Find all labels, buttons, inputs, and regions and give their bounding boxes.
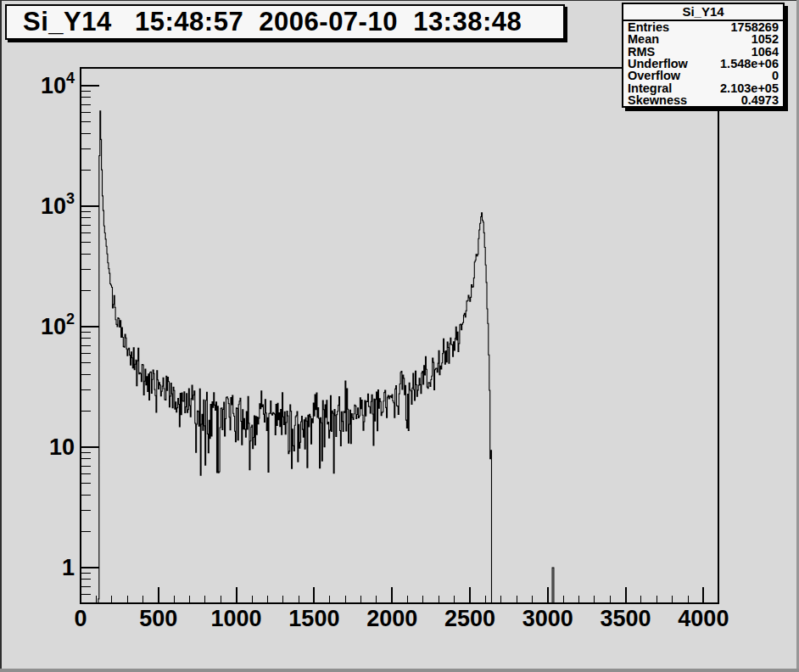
y-axis-label: 102 bbox=[41, 311, 75, 339]
stat-value: 1052 bbox=[752, 33, 779, 45]
stat-value: 0.4973 bbox=[741, 94, 779, 106]
canvas-border-bottom bbox=[0, 669, 799, 672]
x-axis-label: 1500 bbox=[288, 606, 339, 631]
stat-label: Entries bbox=[628, 21, 669, 33]
x-axis-label: 3500 bbox=[601, 606, 651, 631]
stat-value: 1064 bbox=[752, 46, 779, 58]
stat-row: Underflow1.548e+06 bbox=[628, 58, 779, 70]
root-canvas: 0500100015002000250030003500400011010210… bbox=[0, 0, 799, 672]
stat-row: Mean1052 bbox=[628, 33, 779, 45]
x-axis-label: 4000 bbox=[678, 606, 729, 631]
x-axis-label: 500 bbox=[139, 606, 177, 631]
stat-label: Overflow bbox=[628, 70, 680, 81]
stat-label: Underflow bbox=[628, 58, 688, 70]
stat-row: Integral2.103e+05 bbox=[628, 82, 779, 94]
stat-value: 1.548e+06 bbox=[720, 58, 779, 70]
y-axis-label: 104 bbox=[41, 70, 75, 98]
x-axis-label: 2000 bbox=[366, 606, 417, 631]
stat-row: Entries1758269 bbox=[628, 21, 779, 33]
stat-label: Integral bbox=[628, 82, 672, 94]
y-axis-label: 1 bbox=[62, 555, 75, 580]
plot-title: Si_Y14 15:48:57 2006-07-10 13:38:48 bbox=[23, 7, 522, 37]
stat-value: 1758269 bbox=[731, 21, 779, 33]
canvas-border-top bbox=[0, 0, 799, 1]
stat-value: 0 bbox=[772, 70, 779, 81]
stat-value: 2.103e+05 bbox=[720, 82, 779, 94]
title-box[interactable]: Si_Y14 15:48:57 2006-07-10 13:38:48 bbox=[5, 4, 565, 40]
x-axis-label: 1000 bbox=[211, 606, 262, 631]
stats-title: Si_Y14 bbox=[623, 4, 783, 21]
x-axis-label: 3000 bbox=[522, 606, 573, 631]
stats-rows: Entries1758269Mean1052RMS1064Underflow1.… bbox=[623, 21, 783, 106]
stat-row: Skewness0.4973 bbox=[628, 94, 779, 106]
plot-frame bbox=[81, 68, 718, 603]
stat-row: RMS1064 bbox=[628, 46, 779, 58]
stat-label: Mean bbox=[628, 33, 659, 45]
y-axis-label: 103 bbox=[41, 190, 75, 219]
stat-label: Skewness bbox=[628, 94, 687, 106]
stat-row: Overflow0 bbox=[628, 70, 779, 81]
stat-label: RMS bbox=[628, 46, 655, 58]
stats-box[interactable]: Si_Y14 Entries1758269Mean1052RMS1064Unde… bbox=[622, 3, 785, 108]
y-axis-label: 10 bbox=[49, 434, 75, 460]
x-axis-label: 2500 bbox=[444, 606, 495, 631]
x-axis-label: 0 bbox=[74, 606, 87, 631]
y-minor-ticks bbox=[81, 92, 91, 595]
canvas-border-left bbox=[0, 0, 2, 672]
histogram-line bbox=[81, 111, 718, 603]
